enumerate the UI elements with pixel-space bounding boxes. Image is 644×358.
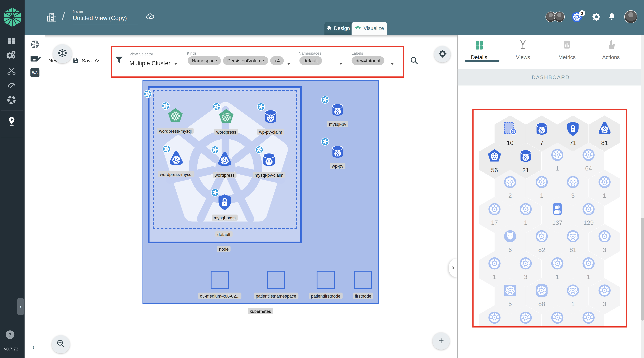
help-button[interactable]: ?: [6, 330, 14, 339]
field-underline: [352, 70, 398, 70]
workload-label: wordpress-mysql: [158, 171, 194, 177]
k8s-icon: [550, 256, 565, 273]
chevron-down-icon[interactable]: [339, 63, 342, 65]
hex-count: 1: [556, 273, 559, 280]
tab-metrics[interactable]: Metrics: [545, 35, 589, 62]
namespace-icon: [502, 120, 519, 139]
search-icon[interactable]: [410, 56, 419, 67]
drawer-edit-icon[interactable]: [29, 54, 41, 67]
hex-count: 3: [524, 273, 528, 280]
meshery-spiral-icon[interactable]: [30, 39, 40, 51]
annotation-box-dashboard: 10 7 71 81 56 21 1 64 2 1 3 1 17 1: [472, 109, 627, 327]
view-selector-label: View Selector: [129, 52, 153, 56]
settings-icon[interactable]: [592, 12, 601, 23]
user-icon: [550, 201, 565, 219]
node-label: firstnode: [353, 292, 374, 299]
notifications-bell-icon[interactable]: [608, 12, 616, 23]
sidebar-expand-button[interactable]: ›: [17, 298, 24, 315]
tab-views[interactable]: Views: [501, 35, 545, 62]
k8s-icon: [518, 201, 534, 219]
hex-count: 64: [585, 165, 592, 172]
sidebar-item-dashboard[interactable]: [7, 37, 16, 48]
view-name-input[interactable]: [73, 15, 138, 24]
tab-label: Actions: [602, 54, 620, 61]
sidebar-item-meshmap[interactable]: [6, 116, 17, 128]
filter-chip[interactable]: dev=tutorial: [352, 56, 384, 65]
workload-label: wordpress: [214, 129, 238, 135]
sidebar-item-lifecycle[interactable]: [6, 51, 16, 63]
views-icon: [518, 39, 528, 52]
hex-count: 2: [508, 192, 512, 199]
user-avatar[interactable]: [624, 10, 638, 23]
volume-wp-pv[interactable]: [329, 143, 346, 162]
filter-chip[interactable]: +4: [270, 56, 284, 65]
node-square[interactable]: [267, 271, 285, 289]
hex-count: 1: [524, 219, 528, 226]
tab-design[interactable]: Design: [324, 22, 352, 35]
node-square[interactable]: [211, 271, 229, 289]
pentagon-icon: [486, 147, 503, 166]
k8s-icon: [502, 174, 518, 191]
labels-select[interactable]: dev=tutorial: [352, 56, 386, 65]
snowflake-button[interactable]: [53, 45, 72, 63]
filter-chip[interactable]: default: [299, 56, 322, 65]
k8s-icon: [518, 310, 534, 326]
tab-visualize[interactable]: Visualize: [352, 22, 387, 35]
organization-icon[interactable]: [46, 12, 58, 25]
connection-badge-icon: [161, 144, 172, 156]
k8s-icon: [597, 174, 612, 191]
node-box-label: node: [217, 246, 230, 252]
node-square[interactable]: [317, 271, 335, 289]
connection-badge-icon: [254, 145, 264, 157]
kinds-select[interactable]: NamespacePersistentVolume+4: [188, 56, 286, 65]
filter-funnel-icon: [114, 55, 124, 67]
field-underline: [298, 70, 346, 70]
cluster-label: kubernetes: [248, 308, 273, 314]
namespaces-select[interactable]: default: [299, 56, 324, 65]
k8s-icon: [565, 283, 581, 300]
meshery-logo[interactable]: [2, 7, 23, 30]
filter-chip[interactable]: PersistentVolume: [223, 56, 268, 65]
wasm-filter-icon[interactable]: WA: [30, 68, 39, 77]
gear-icon: [438, 49, 447, 59]
canvas-settings-button[interactable]: [434, 46, 450, 62]
dashboard-section-title: DASHBOARD: [458, 69, 644, 86]
strip-expand-chevron[interactable]: ›: [32, 343, 34, 351]
k8sRounded-icon: [534, 283, 550, 300]
tab-label: Details: [471, 54, 487, 61]
connection-badge-icon: [320, 137, 330, 149]
collaborator-avatar[interactable]: [554, 12, 565, 22]
connection-badge-icon: [160, 101, 171, 113]
panel-collapse-tab[interactable]: ›: [449, 259, 457, 277]
chevron-down-icon[interactable]: [390, 63, 394, 65]
sidebar-item-performance[interactable]: [6, 81, 16, 92]
k8s-icon: [565, 228, 581, 246]
panel-scrollbar-thumb[interactable]: [641, 218, 644, 320]
tab-actions[interactable]: Actions: [589, 35, 633, 62]
sidebar-divider: [1, 110, 23, 110]
filter-chip[interactable]: Namespace: [188, 56, 221, 65]
tab-details[interactable]: Details: [457, 35, 501, 62]
k8s-icon: [565, 174, 581, 191]
k8s-icon: [487, 310, 502, 326]
hex-count: 1: [556, 165, 559, 172]
chevron-down-icon[interactable]: [287, 63, 290, 65]
k8s-icon: [534, 228, 550, 246]
add-node-button[interactable]: +: [432, 332, 450, 350]
node-square[interactable]: [354, 271, 372, 289]
panel-tabs: Details Views Metrics Actions: [457, 35, 641, 62]
zoom-in-button[interactable]: [52, 335, 70, 353]
volume-mysql-pv[interactable]: [329, 101, 346, 120]
view-selector-select[interactable]: Multiple Cluster: [129, 60, 170, 67]
cylinder-icon: [533, 120, 550, 139]
details-icon: [474, 39, 484, 52]
k8s-icon: [534, 174, 550, 191]
connection-badge-icon: [256, 102, 266, 114]
sidebar-item-configuration[interactable]: [7, 66, 16, 77]
connection-badge-icon: [320, 94, 330, 106]
hex-count: 129: [584, 219, 594, 226]
save-as-button[interactable]: Save As: [82, 58, 101, 64]
chevron-down-icon[interactable]: [174, 63, 177, 65]
sidebar-item-extensions[interactable]: [6, 95, 16, 107]
hex-count: 81: [601, 139, 608, 146]
